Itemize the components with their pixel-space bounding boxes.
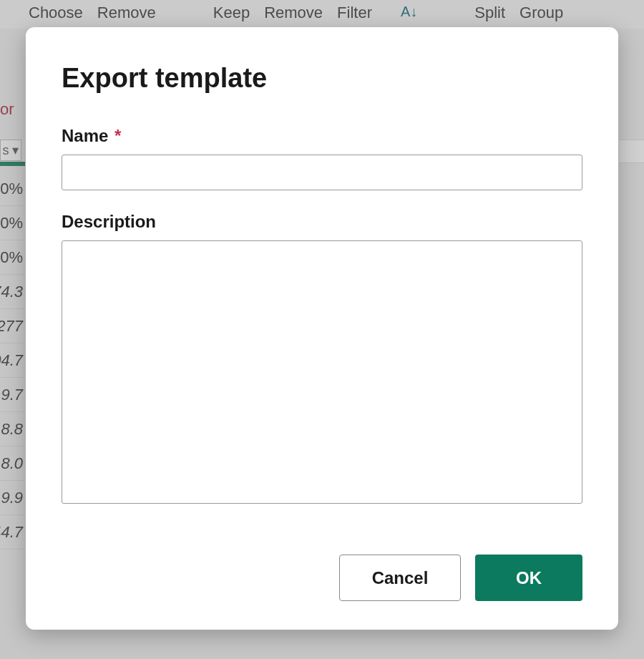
required-asterisk-icon: *	[114, 126, 121, 145]
description-label: Description	[62, 212, 582, 232]
dialog-footer: Cancel OK	[62, 533, 582, 601]
name-label: Name *	[62, 126, 582, 146]
name-form-group: Name *	[62, 126, 582, 190]
dialog-title: Export template	[62, 63, 582, 94]
export-template-dialog: Export template Name * Description Cance…	[26, 27, 618, 630]
ok-button[interactable]: OK	[475, 555, 582, 601]
name-input[interactable]	[62, 155, 582, 190]
description-input[interactable]	[62, 240, 582, 504]
name-label-text: Name	[62, 126, 108, 145]
cancel-button[interactable]: Cancel	[339, 555, 461, 601]
description-form-group: Description	[62, 212, 582, 507]
